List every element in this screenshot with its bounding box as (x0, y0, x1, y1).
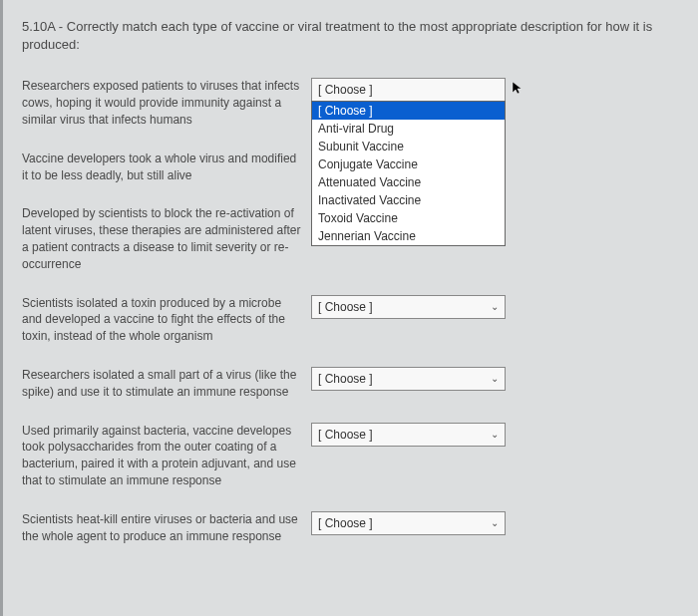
row-description: Researchers exposed patients to viruses … (22, 78, 311, 128)
select-dropdown[interactable]: [ Choose ] ⌄ (311, 367, 506, 391)
dropdown-option[interactable]: Conjugate Vaccine (312, 155, 505, 173)
row-description: Scientists heat-kill entire viruses or b… (22, 511, 311, 545)
select-value: [ Choose ] (318, 372, 373, 386)
dropdown-option[interactable]: Anti-viral Drug (312, 120, 505, 138)
row-description: Used primarily against bacteria, vaccine… (22, 423, 311, 489)
dropdown-option[interactable]: Inactivated Vaccine (312, 191, 505, 209)
question-container: 5.10A - Correctly match each type of vac… (0, 0, 698, 584)
dropdown-list: [ Choose ] Anti-viral Drug Subunit Vacci… (311, 101, 506, 246)
select-value: [ Choose ] (318, 83, 373, 97)
dropdown-option[interactable]: Attenuated Vaccine (312, 173, 505, 191)
select-wrap: [ Choose ] ⌄ (311, 295, 506, 319)
dropdown-option[interactable]: Jennerian Vaccine (312, 227, 505, 245)
select-dropdown[interactable]: [ Choose ] (311, 78, 506, 102)
select-wrap: [ Choose ] ⌄ (311, 511, 506, 535)
row-description: Vaccine developers took a whole virus an… (22, 151, 311, 184)
select-dropdown[interactable]: [ Choose ] ⌄ (311, 423, 506, 447)
select-wrap: [ Choose ] [ Choose ] Anti-viral Drug Su… (311, 78, 506, 102)
select-value: [ Choose ] (318, 516, 373, 530)
match-row: Scientists heat-kill entire viruses or b… (22, 511, 676, 545)
match-row: Researchers exposed patients to viruses … (22, 78, 676, 128)
select-value: [ Choose ] (318, 428, 373, 442)
chevron-down-icon: ⌄ (491, 429, 499, 440)
match-row: Researchers isolated a small part of a v… (22, 367, 676, 401)
chevron-down-icon: ⌄ (491, 301, 499, 312)
dropdown-option[interactable]: Toxoid Vaccine (312, 209, 505, 227)
match-row: Used primarily against bacteria, vaccine… (22, 423, 676, 489)
select-value: [ Choose ] (318, 300, 373, 314)
question-text: 5.10A - Correctly match each type of vac… (22, 18, 676, 54)
select-wrap: [ Choose ] ⌄ (311, 367, 506, 391)
chevron-down-icon: ⌄ (491, 517, 499, 528)
select-dropdown[interactable]: [ Choose ] ⌄ (311, 511, 506, 535)
dropdown-option[interactable]: Subunit Vaccine (312, 138, 505, 155)
match-row: Scientists isolated a toxin produced by … (22, 295, 676, 345)
select-dropdown[interactable]: [ Choose ] ⌄ (311, 295, 506, 319)
select-wrap: [ Choose ] ⌄ (311, 423, 506, 447)
chevron-down-icon: ⌄ (491, 373, 499, 384)
row-description: Developed by scientists to block the re-… (22, 205, 311, 272)
dropdown-option[interactable]: [ Choose ] (312, 102, 505, 120)
left-border (0, 0, 3, 616)
row-description: Scientists isolated a toxin produced by … (22, 295, 311, 345)
row-description: Researchers isolated a small part of a v… (22, 367, 311, 401)
